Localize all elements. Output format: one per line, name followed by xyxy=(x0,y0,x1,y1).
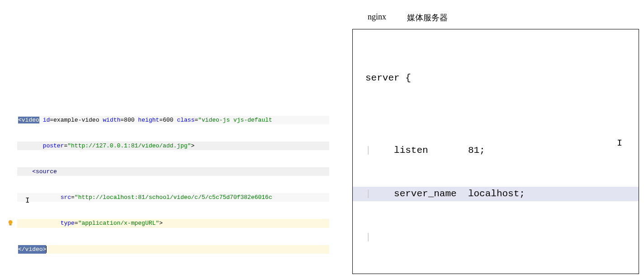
nginx-line-server: server { xyxy=(365,71,639,85)
lightbulb-icon[interactable] xyxy=(7,220,14,226)
svg-rect-0 xyxy=(9,225,11,226)
left-code-editor[interactable]: <video id=example-video width=800 height… xyxy=(4,99,329,271)
text-cursor-icon: I xyxy=(617,136,622,151)
text-cursor-icon: I xyxy=(25,197,30,205)
code-line-5[interactable]: type="application/x-mpegURL"> xyxy=(4,219,329,228)
nginx-blank-line: | xyxy=(365,230,639,245)
attr-src: src xyxy=(61,194,71,201)
text-cursor-icon xyxy=(46,246,47,253)
val-id: example-video xyxy=(53,117,99,123)
code-line-3[interactable]: <source xyxy=(4,167,329,176)
attr-width: width xyxy=(103,117,120,123)
source-tag: <source xyxy=(32,168,57,175)
nginx-blank-line: | xyxy=(365,274,639,274)
val-src: "http://localhost:81/school/video/c/5/c5… xyxy=(75,194,272,201)
attr-poster: poster xyxy=(43,142,64,149)
val-poster: "http://127.0.0.1:81/video/add.jpg" xyxy=(67,142,191,149)
attr-class: class xyxy=(177,117,194,123)
header-labels: nginx 媒体服务器 xyxy=(352,12,639,23)
nginx-server-name-line: | server_name localhost; xyxy=(353,187,639,201)
label-nginx: nginx xyxy=(368,12,386,23)
video-close-tag: </video> xyxy=(18,245,46,254)
val-class: "video-js vjs-default xyxy=(198,117,272,123)
video-open-tag: <video xyxy=(18,117,39,123)
attr-height: height xyxy=(138,117,159,123)
val-width: 800 xyxy=(124,117,134,123)
code-line-2[interactable]: poster="http://127.0.0.1:81/video/add.jp… xyxy=(4,142,329,150)
attr-type: type xyxy=(61,220,75,227)
val-height: 600 xyxy=(163,117,173,123)
label-media-server: 媒体服务器 xyxy=(407,12,448,23)
nginx-config-editor[interactable]: server { | listen 81; | server_name loca… xyxy=(352,29,639,274)
nginx-listen-line: | listen 81; xyxy=(365,143,639,158)
val-type: "application/x-mpegURL" xyxy=(78,220,159,227)
code-line-4[interactable]: src="http://localhost:81/school/video/c/… xyxy=(4,193,329,202)
attr-id: id xyxy=(43,117,50,123)
code-line-6[interactable]: </video> xyxy=(4,245,329,254)
code-line-1[interactable]: <video id=example-video width=800 height… xyxy=(4,116,329,124)
right-nginx-panel: nginx 媒体服务器 server { | listen 81; | serv… xyxy=(352,12,639,274)
